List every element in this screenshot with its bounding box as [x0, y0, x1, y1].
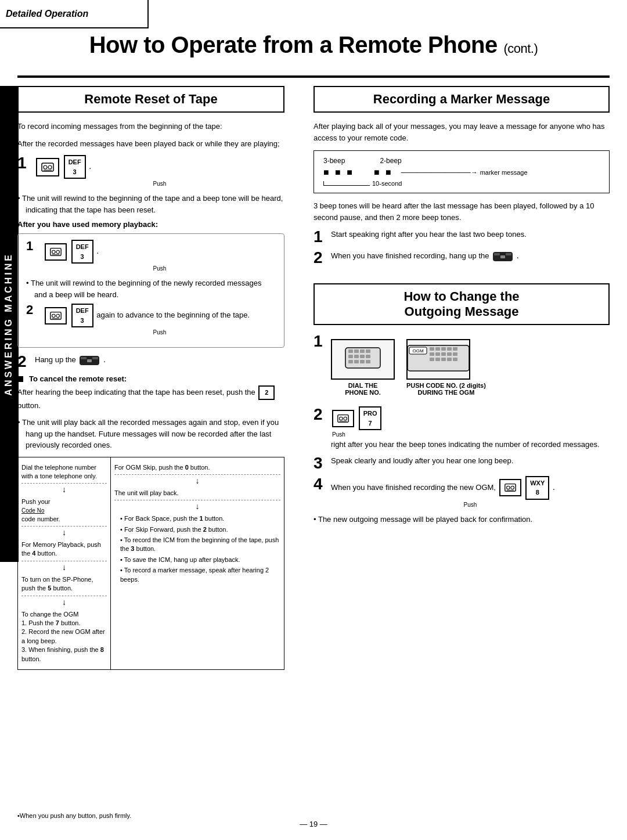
svg-point-1 [44, 165, 47, 169]
step-1-row: 1 DEF3 . Push [17, 155, 284, 188]
bracket-bullet1: The unit will rewind to the beginning of… [26, 277, 276, 300]
svg-point-5 [52, 250, 56, 254]
flow-row-4: To turn on the SP-Phone, push the 5 butt… [21, 573, 107, 596]
ogm-step4-text: When you have finished recording the new… [331, 482, 496, 491]
svg-rect-41 [430, 352, 434, 356]
ogm-step4-row: 4 When you have finished recording the n… [314, 476, 610, 509]
svg-rect-13 [81, 357, 87, 359]
ogm-step4-tape-icon [499, 479, 521, 496]
detailed-operation-label: Detailed Operation [6, 9, 88, 19]
hangup-phone-icon [79, 354, 100, 367]
footer-note: •When you push any button, push firmly. [17, 812, 131, 819]
remote-reset-intro2: After the recorded messages have been pl… [17, 138, 284, 150]
svg-rect-27 [360, 355, 365, 358]
step1-def3-btn[interactable]: DEF3 [64, 155, 86, 179]
marker-step2: 2 When you have finished recording, hang… [314, 250, 610, 266]
svg-rect-43 [441, 352, 446, 356]
ogm-step3-row: 3 Speak clearly and loudly after you hea… [314, 455, 610, 471]
ogm-step1-row: 1 [314, 333, 610, 402]
svg-text:OGM: OGM [412, 348, 423, 354]
bracket-step1: 1 DEF3 . Push [26, 240, 276, 273]
flow-col-left: Dial the telephone number with a tone te… [18, 457, 111, 669]
svg-point-10 [56, 314, 60, 318]
beep-info: 3 beep tones will be heard after the las… [314, 200, 610, 223]
main-divider [17, 75, 610, 78]
flow-right-row-3: For Back Space, push the 1 button. For S… [114, 512, 280, 588]
svg-rect-30 [354, 360, 359, 363]
main-title: How to Operate from a Remote Phone (cont… [17, 32, 610, 58]
svg-rect-14 [92, 357, 98, 359]
cancel-header-text: To cancel the remote reset: [29, 374, 127, 383]
svg-rect-40 [453, 347, 457, 351]
svg-point-53 [344, 417, 347, 420]
ogm-step4-wxy8-btn[interactable]: WXY8 [525, 476, 549, 500]
ogm-step2-row: 2 PRO7 Push right after you hear the bee… [314, 406, 610, 450]
left-column: Remote Reset of Tape To record incoming … [17, 86, 284, 670]
ogm-step2-pro7-btn[interactable]: PRO7 [359, 406, 382, 430]
svg-rect-39 [447, 347, 452, 351]
svg-rect-18 [506, 253, 511, 255]
svg-rect-17 [494, 253, 500, 255]
svg-rect-45 [453, 352, 457, 356]
svg-point-56 [506, 486, 510, 489]
svg-rect-23 [360, 349, 365, 353]
svg-rect-46 [430, 358, 434, 361]
svg-rect-48 [441, 358, 446, 361]
cancel-square-bullet [17, 376, 23, 382]
svg-rect-31 [360, 360, 365, 363]
flow-row-2: Push your Code No code number. [21, 495, 107, 527]
bracket-tape-icon [45, 243, 67, 261]
svg-rect-24 [366, 349, 370, 353]
ogm-step4-bullet: The new outgoing message will be played … [314, 514, 610, 525]
bracket-box: 1 DEF3 . Push The unit will rewind to th… [17, 233, 284, 348]
detailed-operation-header: Detailed Operation [0, 0, 149, 28]
svg-rect-15 [87, 359, 92, 362]
ogm-step2-text: right after you hear the beep tones indi… [331, 440, 600, 449]
svg-rect-32 [366, 360, 370, 363]
ogm-dial-label: DIAL THE PHONE NO. [331, 382, 395, 396]
ogm-step2-push-label: Push [332, 430, 610, 439]
bracket-def3-btn[interactable]: DEF3 [71, 240, 93, 264]
flow-row-5: To change the OGM 1. Push the 7 button. … [21, 608, 107, 666]
marker-step1-text: Start speaking right after you hear the … [331, 229, 610, 240]
ogm-img-push-code: OGM [406, 339, 486, 396]
memory-playback-header: After you have used memory playback: [17, 220, 284, 229]
bracket-step2-tape-icon [45, 307, 67, 325]
step2-hangup-row: 2 Hang up the . [17, 354, 284, 370]
flow-chart: Dial the telephone number with a tone te… [17, 457, 284, 670]
svg-rect-29 [348, 360, 353, 363]
bracket-step2-text: again to advance to the beginning of the… [96, 311, 250, 319]
svg-rect-50 [453, 358, 457, 361]
beep-2label: 2-beep [380, 157, 401, 165]
page-number: — 19 — [300, 820, 327, 828]
ogm-images: DIAL THE PHONE NO. OGM [331, 339, 486, 396]
svg-point-6 [56, 250, 60, 254]
bracket-step2: 2 DEF3 again to advance to the beginning… [26, 304, 276, 337]
svg-point-2 [48, 165, 52, 169]
ogm-pushcode-label: PUSH CODE NO. (2 digits) DURING THE OGM [406, 382, 486, 396]
svg-point-52 [340, 417, 343, 420]
outgoing-message-section-title: How to Change the Outgoing Message [314, 283, 610, 325]
flow-right-row-1: For OGM Skip, push the 0 button. [114, 461, 280, 475]
step1-bullet1: The unit will rewind to the beginning of… [17, 193, 284, 215]
marker-step2-text: When you have finished recording, hang u… [331, 251, 489, 260]
svg-rect-21 [348, 349, 353, 353]
bracket-step2-def3-btn[interactable]: DEF3 [71, 304, 93, 327]
recording-marker-section-title: Recording a Marker Message [314, 86, 610, 113]
svg-rect-25 [348, 355, 353, 358]
flow-right-row-2: The unit will play back. [114, 486, 280, 500]
beep-3label: 3-beep [323, 157, 345, 165]
beep-diagram: 3-beep 2-beep ■ ■ ■ ■ ■ ――――――――――→ mark… [314, 150, 610, 193]
marker-step1: 1 Start speaking right after you hear th… [314, 229, 610, 245]
remote-reset-intro1: To record incoming messages from the beg… [17, 121, 284, 132]
step1-tape-icon [36, 158, 59, 176]
cancel-bullet: The unit will play back all the recorded… [17, 417, 284, 451]
svg-rect-37 [435, 347, 440, 351]
cancel-btn-2[interactable]: 2 [258, 385, 275, 400]
svg-rect-22 [354, 349, 359, 353]
ogm-step3-text: Speak clearly and loudly after you hear … [331, 455, 610, 467]
svg-rect-19 [500, 255, 505, 258]
ogm-step2-tape-icon [332, 410, 354, 427]
svg-rect-38 [441, 347, 446, 351]
flow-row-1: Dial the telephone number with a tone te… [21, 461, 107, 484]
